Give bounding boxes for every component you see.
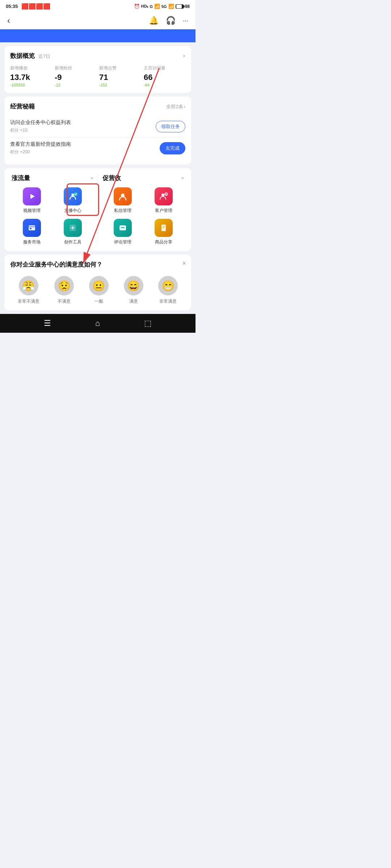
- tip-title-2: 查看官方最新经营提效指南: [10, 141, 160, 148]
- rating-very-unsatisfied[interactable]: 😤 非常不满意: [18, 276, 39, 305]
- emoji-rating-row: 😤 非常不满意 😟 不满意 😐 一般 😄 满意 😁 非常满意: [10, 276, 185, 305]
- tools-left-link[interactable]: >: [91, 175, 93, 181]
- rating-satisfied[interactable]: 😄 满意: [124, 276, 143, 305]
- product-share-icon: [155, 219, 173, 237]
- satisfied-emoji: 😄: [124, 276, 143, 295]
- business-tips-link[interactable]: 全部2条 ›: [166, 103, 185, 110]
- plays-change: -105933: [10, 83, 25, 87]
- tools-left-header: 涨流量 >: [12, 174, 93, 182]
- tools-divider: [98, 174, 98, 245]
- tools-left: 涨流量 > 视频管理: [10, 174, 95, 245]
- svg-point-12: [161, 193, 164, 196]
- 5g-icon: 5G: [161, 4, 167, 9]
- very-satisfied-emoji: 😁: [158, 276, 178, 295]
- satisfaction-card: × 你对企业服务中心的满意度如何？ 😤 非常不满意 😟 不满意 😐 一般 😄 满…: [4, 255, 191, 310]
- bottom-home-icon[interactable]: ⌂: [95, 319, 100, 328]
- tools-right-header: 促营收 >: [102, 174, 184, 182]
- plays-label: 新增播放: [10, 65, 28, 71]
- creation-tools-icon: [64, 219, 82, 237]
- status-time: 05:35 🟥🟥🟥🟥: [6, 3, 50, 10]
- private-msg-icon: [114, 187, 132, 205]
- rating-very-satisfied[interactable]: 😁 非常满意: [158, 276, 178, 305]
- tip-content-1: 访问企业任务中心权益列表 积分 +10: [10, 119, 156, 133]
- visits-value: 66: [144, 73, 152, 82]
- bottom-menu-icon[interactable]: ☰: [44, 319, 51, 328]
- likes-change: -152: [99, 83, 107, 87]
- tip-content-2: 查看官方最新经营提效指南 积分 +200: [10, 141, 160, 155]
- tool-customer-mgmt[interactable]: + 客户管理: [143, 187, 184, 214]
- tools-left-grid: 视频管理 主播中心: [12, 187, 93, 245]
- data-item-likes: 新增点赞 71 -152: [99, 65, 141, 87]
- headset-icon[interactable]: 🎧: [166, 16, 176, 25]
- creation-tools-label: 创作工具: [64, 239, 81, 245]
- visits-label: 主页访问量: [144, 65, 165, 71]
- service-market-label: 服务市场: [23, 239, 41, 245]
- comment-mgmt-icon: [114, 219, 132, 237]
- alarm-icon: ⏰: [134, 4, 140, 9]
- product-share-label: 商品分享: [155, 239, 172, 245]
- video-mgmt-label: 视频管理: [23, 208, 41, 214]
- close-satisfaction-button[interactable]: ×: [182, 260, 186, 267]
- chevron-right-icon: ›: [184, 104, 185, 109]
- data-overview-title-group: 数据概览 近7日: [10, 52, 50, 60]
- status-icons: ⏰ HD₂ G 📶 5G 📶 98: [134, 4, 190, 9]
- visits-change: -64: [144, 83, 150, 87]
- data-overview-title: 数据概览: [10, 52, 35, 59]
- data-overview-link[interactable]: >: [182, 53, 185, 59]
- tools-right-link[interactable]: >: [181, 175, 184, 181]
- bottom-nav: ☰ ⌂ ⬚: [0, 314, 196, 333]
- tip-points-1: 积分 +10: [10, 127, 156, 133]
- tools-left-title: 涨流量: [12, 174, 30, 182]
- tools-right-grid: 私信管理 + 客户管理: [102, 187, 184, 245]
- likes-label: 新增点赞: [99, 65, 117, 71]
- fans-change: -12: [55, 83, 60, 87]
- tool-anchor-center[interactable]: 主播中心: [52, 187, 93, 214]
- very-unsatisfied-label: 非常不满意: [18, 298, 39, 305]
- tool-video-mgmt[interactable]: 视频管理: [12, 187, 52, 214]
- anchor-center-label: 主播中心: [64, 208, 81, 214]
- battery-icon: [176, 4, 184, 9]
- top-nav: ‹ 🔔 🎧 ···: [0, 12, 196, 29]
- nav-actions: 🔔 🎧 ···: [149, 16, 188, 25]
- video-mgmt-icon: [23, 187, 41, 205]
- svg-text:+: +: [165, 193, 167, 196]
- unsatisfied-label: 不满意: [58, 298, 71, 305]
- fans-label: 新增粉丝: [55, 65, 72, 71]
- business-tips-header: 经营秘籍 全部2条 ›: [10, 102, 185, 111]
- service-market-icon: [23, 219, 41, 237]
- tool-product-share[interactable]: 商品分享: [143, 219, 184, 245]
- satisfied-label: 满意: [129, 298, 138, 305]
- bottom-back-icon[interactable]: ⬚: [144, 319, 152, 328]
- notification-bell-icon[interactable]: 🔔: [149, 16, 159, 25]
- signal-icon: G: [150, 4, 153, 9]
- claim-task-button[interactable]: 领取任务: [156, 121, 185, 132]
- business-tips-card: 经营秘籍 全部2条 › 访问企业任务中心权益列表 积分 +10 领取任务 查看官…: [4, 97, 191, 165]
- neutral-emoji: 😐: [89, 276, 109, 295]
- fans-value: -9: [55, 73, 62, 82]
- tip-row-1: 访问企业任务中心权益列表 积分 +10 领取任务: [10, 116, 185, 137]
- data-overview-card: 数据概览 近7日 > 新增播放 13.7k -105933 新增粉丝 -9 -1…: [4, 46, 191, 93]
- app-icons: 🟥🟥🟥🟥: [21, 3, 50, 10]
- data-item-visits: 主页访问量 66 -64: [144, 65, 185, 87]
- more-menu-icon[interactable]: ···: [183, 17, 188, 25]
- rating-unsatisfied[interactable]: 😟 不满意: [54, 276, 74, 305]
- back-button[interactable]: ‹: [7, 16, 10, 26]
- status-bar: 05:35 🟥🟥🟥🟥 ⏰ HD₂ G 📶 5G 📶 98: [0, 0, 196, 12]
- likes-value: 71: [99, 73, 108, 82]
- very-satisfied-label: 非常满意: [159, 298, 177, 305]
- data-grid: 新增播放 13.7k -105933 新增粉丝 -9 -12 新增点赞 71 -…: [10, 65, 185, 87]
- tool-creation-tools[interactable]: 创作工具: [52, 219, 93, 245]
- svg-rect-8: [30, 228, 31, 229]
- tip-points-2: 积分 +200: [10, 149, 160, 155]
- customer-mgmt-label: 客户管理: [155, 208, 172, 214]
- tool-comment-mgmt[interactable]: 评论管理: [102, 219, 143, 245]
- tool-service-market[interactable]: 服务市场: [12, 219, 52, 245]
- data-item-fans: 新增粉丝 -9 -12: [55, 65, 96, 87]
- wifi-icon: 📶: [168, 4, 174, 9]
- tools-right: 促营收 > 私信管理: [101, 174, 186, 245]
- complete-task-button[interactable]: 去完成: [160, 142, 185, 154]
- tool-private-msg[interactable]: 私信管理: [102, 187, 143, 214]
- rating-neutral[interactable]: 😐 一般: [89, 276, 109, 305]
- data-overview-header: 数据概览 近7日 >: [10, 52, 185, 60]
- hd-icon: HD₂: [141, 4, 148, 9]
